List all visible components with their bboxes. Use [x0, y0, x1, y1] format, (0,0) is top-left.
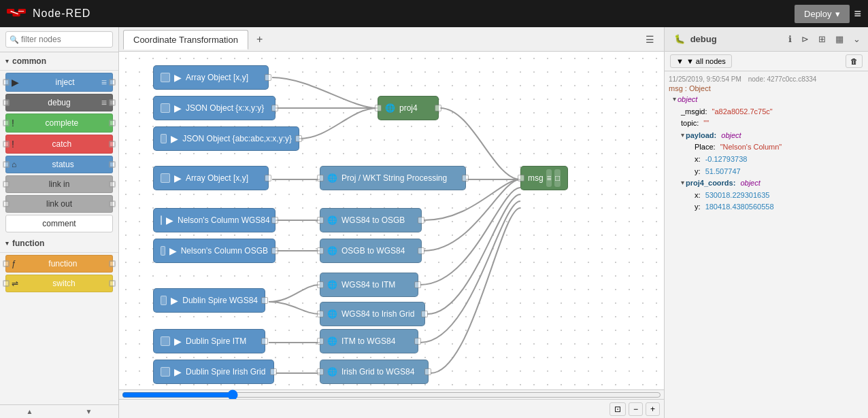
section-common[interactable]: ▾ common [0, 52, 118, 71]
node-wgs84-irish[interactable]: 🌐 WGS84 to Irish Grid [320, 302, 425, 326]
deploy-label: Deploy [804, 9, 831, 19]
canvas-zoom-out-button[interactable]: − [629, 402, 643, 416]
inject-arrow-icon: ▶ [174, 103, 182, 114]
debug-tree-children: _msgid: "a82a8052.7c75c" topic: "" ▾ pay… [673, 106, 864, 213]
tree-item-payload: ▾ payload: object [681, 130, 864, 142]
debug-panel-title: 🐛 debug [669, 34, 722, 44]
tree-value-topic: "" [703, 118, 709, 130]
tree-toggle-proj4coords[interactable]: ▾ [681, 177, 684, 188]
tree-toggle-payload[interactable]: ▾ [681, 130, 684, 141]
deploy-button[interactable]: Deploy ▾ [795, 5, 850, 23]
port-left-icon [3, 201, 10, 207]
globe-icon: 🌐 [327, 309, 337, 319]
main-layout: 🔍 ▾ common ▶ inject ≡ debug ≡ [0, 27, 868, 418]
sidebar-scroll-up-button[interactable]: ▲ [0, 405, 59, 418]
tree-value-proj4y: 180418.4380560558 [705, 201, 774, 213]
node-msg[interactable]: msg ≡ □ [520, 166, 568, 190]
node-function[interactable]: ƒ function [5, 255, 113, 273]
tree-key: x: [695, 154, 701, 166]
port-out-icon [295, 135, 302, 142]
debug-timestamp: 11/25/2019, 9:50:54 PM [669, 75, 741, 83]
node-dublin-wgs84[interactable]: ▶ Dublin Spire WGS84 [153, 288, 265, 313]
debug-settings-button[interactable]: ⊞ [815, 33, 829, 46]
canvas: ▶ Array Object [x,y] ▶ JSON Object {x:x,… [119, 52, 664, 389]
port-left-icon [3, 161, 10, 168]
canvas-container[interactable]: ▶ Array Object [x,y] ▶ JSON Object {x:x,… [119, 52, 664, 389]
node-nelsons-osgb[interactable]: ▶ Nelson's Column OSGB [153, 239, 276, 263]
checkbox-icon [161, 134, 167, 143]
port-out-icon [265, 175, 271, 181]
node-catch[interactable]: ! catch [5, 135, 113, 154]
tree-value-place: "Nelson's Column" [720, 141, 782, 154]
node-wgs84-osgb-label: WGS84 to OSGB [341, 215, 405, 225]
tab-list-button[interactable]: ☰ [640, 33, 660, 46]
node-osgb-wgs84[interactable]: 🌐 OSGB to WGS84 [320, 239, 422, 263]
port-out-icon [261, 297, 268, 304]
tree-key: x: [695, 190, 701, 202]
node-wgs84-osgb[interactable]: 🌐 WGS84 to OSGB [320, 208, 422, 232]
chevron-down-icon: ▾ [5, 58, 9, 65]
port-in-icon [375, 105, 382, 111]
port-out-icon [462, 175, 469, 181]
node-complete[interactable]: ! complete [5, 114, 113, 133]
node-array-object-xy-1[interactable]: ▶ Array Object [x,y] [153, 65, 269, 90]
debug-panel-close-button[interactable]: ⌄ [850, 33, 864, 46]
node-link-in-label: link in [12, 179, 107, 189]
port-in-icon [317, 311, 324, 317]
tab-coordinate-transformation[interactable]: Coordinate Transformation [123, 30, 248, 50]
hamburger-button[interactable]: ≡ [854, 7, 861, 21]
complete-icon: ! [12, 118, 14, 128]
node-array-object-xy-2[interactable]: ▶ Array Object [x,y] [153, 166, 269, 190]
debug-chart-button[interactable]: ▦ [832, 33, 847, 46]
tab-add-button[interactable]: + [251, 32, 268, 47]
canvas-zoom-in-button[interactable]: + [646, 402, 660, 416]
node-dublin-irish[interactable]: ▶ Dublin Spire Irish Grid [153, 360, 274, 384]
node-json-object-xy[interactable]: ▶ JSON Object {x:x,y:y} [153, 96, 276, 120]
sidebar-scroll-down-button[interactable]: ▼ [59, 405, 118, 418]
node-proj4[interactable]: 🌐 proj4 [378, 96, 439, 120]
node-link-in[interactable]: link in [5, 175, 113, 193]
node-dublin-itm-label: Dublin Spire ITM [186, 336, 246, 346]
canvas-fit-button[interactable]: ⊡ [610, 402, 626, 416]
debug-info-button[interactable]: ℹ [785, 33, 795, 46]
port-left-icon [3, 99, 10, 106]
node-proj-wkt[interactable]: 🌐 Proj / WKT String Processing [320, 166, 466, 190]
port-left-icon [3, 141, 10, 147]
node-inject[interactable]: ▶ inject ≡ [5, 73, 113, 92]
node-status[interactable]: ⌂ status [5, 156, 113, 173]
node-json-object-abc-label: JSON Object {abc:abc,x:x,y:y} [182, 134, 292, 143]
node-irish-wgs84[interactable]: 🌐 Irish Grid to WGS84 [320, 360, 429, 384]
debug-node-info-button[interactable]: ⊳ [798, 33, 812, 46]
node-inject-menu-icon: ≡ [101, 77, 107, 88]
node-nelsons-wgs84[interactable]: ▶ Nelson's Column WGS84 [153, 208, 276, 232]
tree-key: y: [695, 201, 701, 213]
port-right-icon [109, 161, 116, 168]
tree-toggle-icon[interactable]: ▾ [673, 94, 676, 105]
all-nodes-button[interactable]: ▼ ▼ all nodes [670, 54, 732, 68]
node-link-out[interactable]: link out [5, 195, 113, 213]
msg-action-btn-2[interactable]: □ [554, 169, 561, 187]
node-json-object-abc[interactable]: ▶ JSON Object {abc:abc,x:x,y:y} [153, 126, 299, 151]
checkbox-icon [161, 246, 165, 256]
search-input[interactable] [5, 31, 113, 48]
node-switch-label: switch [21, 279, 107, 288]
node-itm-wgs84[interactable]: 🌐 ITM to WGS84 [320, 329, 418, 353]
globe-icon: 🌐 [327, 173, 337, 183]
tree-root-type: object [678, 94, 697, 106]
node-dublin-itm[interactable]: ▶ Dublin Spire ITM [153, 329, 265, 353]
section-function[interactable]: ▾ function [0, 234, 118, 253]
port-out-icon [435, 105, 441, 111]
filter-nodes-container: 🔍 [0, 27, 118, 52]
node-function-label: function [19, 259, 107, 268]
node-comment[interactable]: comment [5, 215, 113, 232]
tree-key: topic: [681, 118, 699, 130]
node-debug[interactable]: debug ≡ [5, 94, 113, 111]
node-proj-wkt-label: Proj / WKT String Processing [341, 173, 447, 183]
port-out-icon [418, 247, 424, 254]
node-wgs84-itm[interactable]: 🌐 WGS84 to ITM [320, 273, 418, 297]
sidebar-scroll-arrows: ▲ ▼ [0, 404, 118, 418]
msg-action-btn-1[interactable]: ≡ [546, 169, 552, 187]
node-switch[interactable]: ⇌ switch [5, 275, 113, 292]
clear-debug-button[interactable]: 🗑 [846, 54, 863, 68]
inject-arrow-icon: ▶ [171, 133, 178, 144]
